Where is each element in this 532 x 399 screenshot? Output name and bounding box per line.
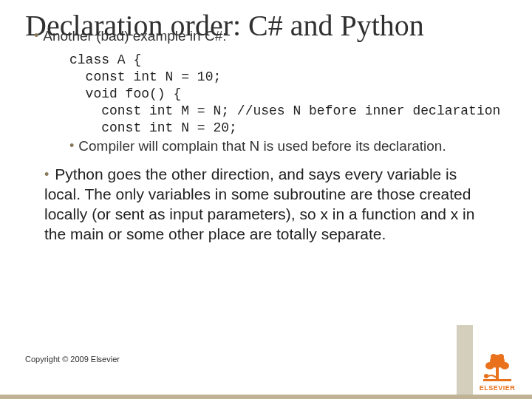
svg-point-6 bbox=[484, 374, 488, 378]
bullet-python-direction: •Python goes the other direction, and sa… bbox=[44, 165, 497, 245]
svg-rect-0 bbox=[496, 367, 499, 381]
elsevier-logo: ELSEVIER bbox=[476, 352, 519, 392]
bullet-compiler-text: Compiler will complain that N is used be… bbox=[78, 138, 446, 154]
elsevier-logo-text: ELSEVIER bbox=[476, 384, 519, 392]
bullet-dot-icon: • bbox=[69, 138, 74, 153]
bullet-csharp-text: Another (bad) example in C#: bbox=[43, 28, 226, 44]
svg-point-2 bbox=[485, 362, 494, 369]
decorative-stripe bbox=[457, 325, 473, 395]
copyright-text: Copyright © 2009 Elsevier bbox=[25, 355, 120, 364]
svg-point-5 bbox=[498, 354, 504, 360]
svg-point-4 bbox=[491, 354, 497, 360]
slide: Declaration order: C# and Python •Anothe… bbox=[0, 0, 532, 399]
decorative-bottom-bar bbox=[0, 395, 532, 399]
bullet-python-text: Python goes the other direction, and say… bbox=[44, 166, 474, 242]
bullet-dot-icon: • bbox=[34, 28, 38, 43]
code-block: class A { const int N = 10; void foo() {… bbox=[69, 52, 510, 137]
elsevier-tree-icon bbox=[480, 352, 514, 383]
bullet-dot-icon: • bbox=[44, 167, 49, 182]
svg-point-3 bbox=[500, 362, 509, 369]
bullet-compiler-complain: •Compiler will complain that N is used b… bbox=[69, 138, 510, 154]
svg-rect-7 bbox=[483, 379, 511, 381]
